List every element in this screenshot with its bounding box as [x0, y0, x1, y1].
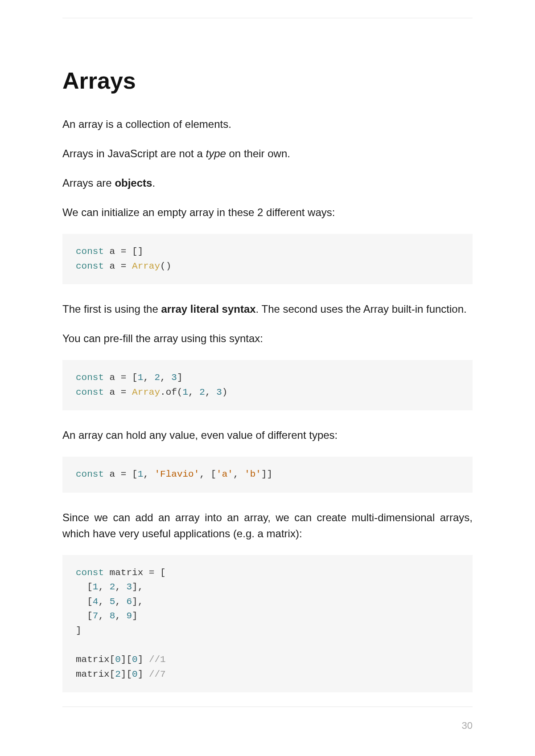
paragraph: An array can hold any value, even value …: [62, 427, 473, 443]
code-keyword: const: [76, 246, 104, 257]
text: The first is using the: [62, 303, 161, 315]
bold-text: objects: [115, 177, 152, 189]
code-number: 3: [171, 372, 177, 383]
text: on their own.: [226, 147, 290, 159]
paragraph: You can pre-fill the array using this sy…: [62, 331, 473, 347]
code-string: 'a': [216, 469, 233, 479]
text: Arrays are: [62, 177, 115, 189]
code-number: 2: [110, 582, 115, 592]
code-number: 2: [199, 387, 205, 397]
top-divider: [62, 18, 473, 18]
code-text: a = []: [104, 246, 143, 257]
code-block: const a = [] const a = Array(): [62, 234, 473, 284]
code-comment: //7: [149, 669, 166, 679]
code-text: ]: [138, 669, 149, 679]
code-text: ): [222, 387, 228, 397]
code-text: a =: [104, 387, 132, 397]
code-comment: //1: [149, 654, 166, 665]
code-text: ,: [188, 387, 199, 397]
text: . The second uses the Array built-in fun…: [256, 303, 467, 315]
code-text: ][: [121, 654, 132, 665]
code-number: 1: [182, 387, 188, 397]
code-class: Array: [132, 387, 160, 397]
code-text: a =: [104, 261, 132, 271]
code-text: a = [: [104, 372, 138, 383]
paragraph: Arrays are objects.: [62, 175, 473, 191]
code-text: .of(: [160, 387, 182, 397]
italic-text: type: [206, 147, 226, 159]
code-text: ,: [98, 597, 109, 607]
code-text: a = [: [104, 469, 138, 479]
code-text: (): [160, 261, 171, 271]
code-number: 9: [126, 611, 132, 621]
page-number: 30: [462, 720, 473, 731]
code-keyword: const: [76, 568, 104, 578]
paragraph: An array is a collection of elements.: [62, 116, 473, 132]
code-text: ][: [121, 669, 132, 679]
code-text: matrix[: [76, 669, 115, 679]
code-number: 2: [115, 669, 121, 679]
code-text: ,: [98, 582, 109, 592]
code-keyword: const: [76, 387, 104, 397]
code-number: 2: [154, 372, 160, 383]
paragraph: Arrays in JavaScript are not a type on t…: [62, 146, 473, 162]
code-text: ,: [233, 469, 244, 479]
code-number: 7: [93, 611, 99, 621]
code-block: const a = [1, 'Flavio', ['a', 'b']]: [62, 457, 473, 493]
code-text: ]]: [261, 469, 272, 479]
code-number: 1: [138, 469, 144, 479]
code-number: 3: [126, 582, 132, 592]
code-number: 3: [216, 387, 222, 397]
code-text: ]: [177, 372, 183, 383]
text: .: [152, 177, 155, 189]
code-keyword: const: [76, 469, 104, 479]
code-text: ,: [115, 611, 126, 621]
code-text: ,: [143, 469, 154, 479]
code-keyword: const: [76, 261, 104, 271]
bold-text: array literal syntax: [161, 303, 255, 315]
text: Arrays in JavaScript are not a: [62, 147, 206, 159]
code-number: 5: [110, 597, 115, 607]
paragraph: The first is using the array literal syn…: [62, 301, 473, 317]
code-text: ,: [143, 372, 154, 383]
code-number: 0: [132, 669, 138, 679]
code-number: 0: [132, 654, 138, 665]
code-keyword: const: [76, 372, 104, 383]
code-number: 1: [138, 372, 144, 383]
code-number: 6: [126, 597, 132, 607]
code-class: Array: [132, 261, 160, 271]
paragraph: We can initialize an empty array in thes…: [62, 204, 473, 221]
code-text: ,: [160, 372, 171, 383]
code-block: const matrix = [ [1, 2, 3], [4, 5, 6], […: [62, 555, 473, 692]
code-text: ]: [138, 654, 149, 665]
code-number: 1: [93, 582, 99, 592]
code-text: ,: [98, 611, 109, 621]
code-text: ,: [115, 582, 126, 592]
code-text: , [: [199, 469, 216, 479]
code-number: 4: [93, 597, 99, 607]
code-string: 'b': [244, 469, 261, 479]
document-page: Arrays An array is a collection of eleme…: [0, 0, 535, 736]
code-string: 'Flavio': [154, 469, 199, 479]
bottom-divider: [62, 707, 473, 707]
code-number: 0: [115, 654, 121, 665]
code-text: ,: [205, 387, 216, 397]
code-block: const a = [1, 2, 3] const a = Array.of(1…: [62, 360, 473, 410]
code-number: 8: [110, 611, 115, 621]
page-title: Arrays: [62, 67, 473, 94]
code-text: ,: [115, 597, 126, 607]
paragraph: Since we can add an array into an array,…: [62, 510, 473, 542]
